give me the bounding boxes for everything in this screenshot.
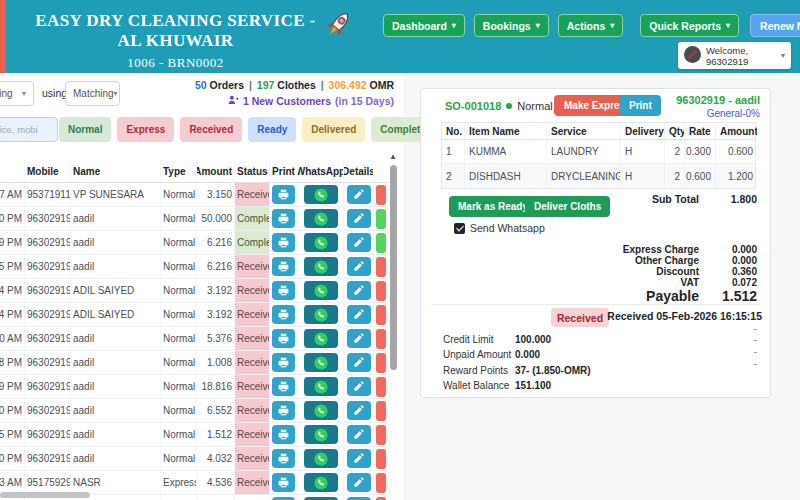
details-button[interactable] xyxy=(347,209,371,228)
print-button[interactable] xyxy=(272,233,295,252)
nav-label: Bookings xyxy=(483,20,531,32)
print-button[interactable] xyxy=(272,353,295,372)
details-button[interactable] xyxy=(347,473,371,492)
whatsapp-button[interactable] xyxy=(304,329,338,348)
print-button[interactable] xyxy=(272,185,295,204)
filter-chip-express[interactable]: Express xyxy=(117,117,174,142)
whatsapp-button[interactable] xyxy=(304,185,338,204)
scrollbar-up-arrow[interactable]: ▲ xyxy=(389,152,397,161)
filter-chip-ready[interactable]: Ready xyxy=(248,117,296,142)
nav-button-bookings[interactable]: Bookings▾ xyxy=(474,14,549,37)
edit-icon xyxy=(353,357,364,368)
print-button[interactable] xyxy=(272,209,295,228)
renew-now-button[interactable]: Renew Now xyxy=(750,14,800,37)
table-row[interactable]: 9 PM96302919aadilNormal6.216Complete xyxy=(0,231,388,255)
print-button[interactable] xyxy=(272,281,295,300)
account-value: 151.100 xyxy=(515,380,551,391)
whatsapp-button[interactable] xyxy=(304,449,338,468)
vertical-scrollbar[interactable] xyxy=(390,165,397,370)
table-row[interactable]: 4 PM96302919ADIL SAIYEDNormal3.192Receiv… xyxy=(0,303,388,327)
horizontal-scrollbar[interactable] xyxy=(0,492,90,498)
table-row[interactable]: 0 PM96302919aadilNormal50.000Complete xyxy=(0,207,388,231)
whatsapp-button[interactable] xyxy=(304,209,338,228)
items-table-body: 1KUMMALAUNDRYH20.3000.6002DISHDASHDRYCLE… xyxy=(442,140,755,188)
details-button[interactable] xyxy=(347,449,371,468)
print-cell xyxy=(269,423,297,446)
vat-row: VAT 0.072 xyxy=(549,277,757,288)
details-button[interactable] xyxy=(347,257,371,276)
details-button[interactable] xyxy=(347,425,371,444)
table-row[interactable]: 8 PM96302919aadilNormal1.008Received xyxy=(0,351,388,375)
table-row[interactable]: 0 PM96302919aadilNormal6.552Received xyxy=(0,399,388,423)
total-amount: 306.492 xyxy=(329,79,367,91)
whatsapp-cell xyxy=(297,423,343,446)
main-nav: Dashboard▾Bookings▾Actions▾Quick Reports… xyxy=(383,14,800,37)
print-order-button[interactable]: Print xyxy=(620,95,661,116)
whatsapp-button[interactable] xyxy=(304,281,338,300)
details-cell xyxy=(343,375,373,398)
nav-button-quick-reports[interactable]: Quick Reports▾ xyxy=(640,14,739,37)
nav-button-actions[interactable]: Actions▾ xyxy=(558,14,624,37)
print-button[interactable] xyxy=(272,377,295,396)
details-button[interactable] xyxy=(347,353,371,372)
currency-label: OMR xyxy=(370,79,395,91)
mark-ready-button[interactable]: Mark as Ready xyxy=(449,196,537,217)
print-button[interactable] xyxy=(272,305,295,324)
order-time: 0 PM xyxy=(0,207,24,230)
item-row[interactable]: 2DISHDASHDRYCLEANINGH20.6001.200 xyxy=(442,164,755,188)
column-header: Amount xyxy=(196,160,234,182)
whatsapp-button[interactable] xyxy=(304,425,338,444)
received-timestamp: Received 05-Feb-2026 16:15:15 xyxy=(607,310,762,322)
whatsapp-button[interactable] xyxy=(304,473,338,492)
whatsapp-button[interactable] xyxy=(304,305,338,324)
account-value: 0.000 xyxy=(515,349,540,360)
table-row[interactable]: 9 PM96302919aadilNormal18.816Received xyxy=(0,375,388,399)
print-button[interactable] xyxy=(272,329,295,348)
table-row[interactable]: 0 AM96302919aadilNormal5.376Received xyxy=(0,327,388,351)
whatsapp-button[interactable] xyxy=(304,401,338,420)
filter-chip-received[interactable]: Received xyxy=(180,117,242,142)
history-dash: - xyxy=(754,358,757,369)
table-row[interactable]: 7 AM95371911VP SUNESARANormal3.150Receiv… xyxy=(0,183,388,207)
whatsapp-icon xyxy=(314,476,328,490)
table-row[interactable]: 4 PM96302919ADIL SAIYEDNormal3.192Receiv… xyxy=(0,279,388,303)
status-strip xyxy=(376,401,386,421)
print-cell xyxy=(269,231,297,254)
checkbox-checked-icon[interactable] xyxy=(454,223,465,234)
table-row[interactable]: 5 PM96302919aadilNormal6.216Received xyxy=(0,255,388,279)
filter-chip-delivered[interactable]: Delivered xyxy=(302,117,365,142)
send-whatsapp-checkbox[interactable]: Send Whatsapp xyxy=(454,222,545,234)
whatsapp-button[interactable] xyxy=(304,353,338,372)
edit-icon xyxy=(353,477,364,488)
table-row[interactable]: 0 PM96302919aadilNormal4.032Received xyxy=(0,447,388,471)
whatsapp-button[interactable] xyxy=(304,377,338,396)
details-button[interactable] xyxy=(347,401,371,420)
details-button[interactable] xyxy=(347,233,371,252)
print-button[interactable] xyxy=(272,425,295,444)
print-button[interactable] xyxy=(272,401,295,420)
whatsapp-button[interactable] xyxy=(304,257,338,276)
filter-chip-normal[interactable]: Normal xyxy=(59,117,111,142)
user-menu[interactable]: Welcome, 96302919 ▾ xyxy=(678,42,791,69)
column-header: Status xyxy=(234,160,269,182)
whatsapp-button[interactable] xyxy=(304,233,338,252)
item-row[interactable]: 1KUMMALAUNDRYH20.3000.600 xyxy=(442,140,755,164)
nav-button-dashboard[interactable]: Dashboard▾ xyxy=(383,14,465,37)
order-type: Express xyxy=(160,471,196,494)
order-name: aadil xyxy=(70,399,160,422)
details-button[interactable] xyxy=(347,185,371,204)
match-mode-select[interactable]: Matching ▾ xyxy=(65,81,120,106)
print-button[interactable] xyxy=(272,257,295,276)
order-amount: 6.216 xyxy=(196,255,234,278)
print-button[interactable] xyxy=(272,473,295,492)
search-input[interactable] xyxy=(0,117,58,142)
details-button[interactable] xyxy=(347,377,371,396)
print-button[interactable] xyxy=(272,449,295,468)
summary-stats: 50 Orders | 197 Clothes | 306.492 OMR 1 … xyxy=(195,79,394,107)
details-button[interactable] xyxy=(347,281,371,300)
branch-title-block: EASY DRY CLEANING SERVICE - AL KHUWAIR 1… xyxy=(28,11,323,71)
details-button[interactable] xyxy=(347,329,371,348)
search-field-select[interactable]: thing ▾ xyxy=(0,81,34,106)
table-row[interactable]: 5 PM96302919aadilNormal1.512Received xyxy=(0,423,388,447)
details-button[interactable] xyxy=(347,305,371,324)
